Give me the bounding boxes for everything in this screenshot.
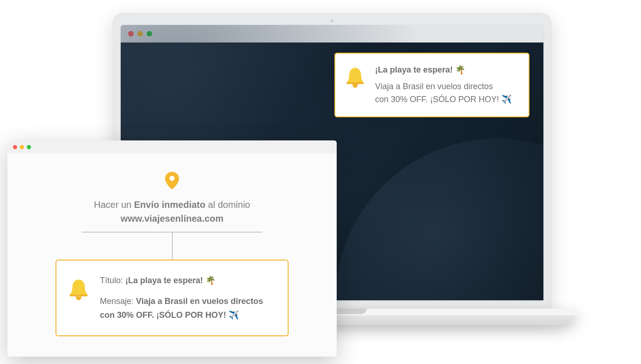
editor-card-text: Título: ¡La playa te espera! 🌴 Mensaje: …	[100, 273, 263, 322]
title-label: Título:	[100, 276, 125, 285]
message-value-line1: Viaja a Brasil en vuelos directos	[136, 297, 263, 306]
window-minimize-icon[interactable]	[20, 145, 24, 149]
svg-rect-2	[69, 294, 88, 296]
notification-message-line2: con 30% OFF. ¡SÓLO POR HOY! ✈️	[375, 93, 512, 106]
bell-icon	[68, 278, 89, 303]
bell-icon	[345, 67, 365, 91]
headline-bold: Envío inmediato	[134, 200, 205, 210]
editor-titlebar	[7, 140, 337, 153]
title-value: ¡La playa te espera! 🌴	[125, 276, 216, 285]
push-notification[interactable]: ¡La playa te espera! 🌴 Viaja a Brasil en…	[334, 53, 530, 117]
location-pin-icon	[165, 172, 179, 191]
connector-lines	[82, 232, 262, 260]
notification-message-line1: Viaja a Brasil en vuelos directos	[375, 80, 512, 93]
message-value-line2: con 30% OFF. ¡SÓLO POR HOY! ✈️	[100, 308, 263, 322]
svg-rect-0	[346, 82, 364, 84]
editor-body: Hacer un Envío inmediato al dominio www.…	[7, 153, 337, 336]
message-label: Mensaje:	[100, 297, 136, 306]
window-close-icon[interactable]	[13, 145, 17, 149]
notification-text: ¡La playa te espera! 🌴 Viaja a Brasil en…	[375, 64, 512, 106]
editor-headline: Hacer un Envío inmediato al dominio www.…	[94, 198, 250, 225]
headline-domain: www.viajesenlínea.com	[94, 212, 250, 225]
editor-window: Hacer un Envío inmediato al dominio www.…	[7, 140, 337, 357]
headline-suffix: al dominio	[205, 200, 250, 210]
notification-title: ¡La playa te espera! 🌴	[375, 64, 512, 77]
headline-prefix: Hacer un	[94, 200, 134, 210]
window-maximize-icon[interactable]	[27, 145, 31, 149]
laptop-camera	[331, 19, 333, 22]
svg-point-1	[170, 176, 175, 181]
notification-editor-card: Título: ¡La playa te espera! 🌴 Mensaje: …	[55, 260, 289, 336]
